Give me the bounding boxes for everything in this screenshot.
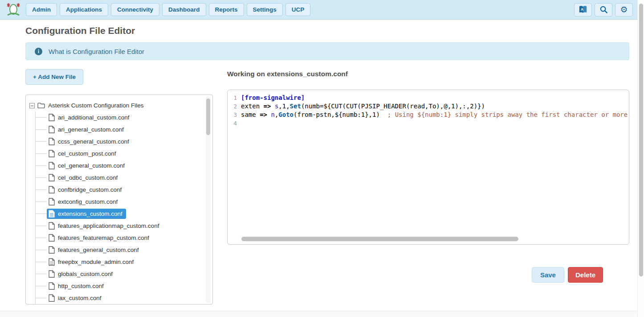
tree-item[interactable]: features_featuremap_custom.conf <box>35 232 212 244</box>
tree-item-label: ccss_general_custom.conf <box>58 138 129 145</box>
file-icon <box>49 174 55 181</box>
config-code-editor[interactable]: 1[from-signalwire]2exten => s,1,Set(numb… <box>227 90 629 245</box>
tree-item[interactable]: ari_general_custom.conf <box>35 124 212 136</box>
file-icon <box>49 126 55 133</box>
tree-item[interactable]: extconfig_custom.conf <box>35 196 212 208</box>
tree-item[interactable]: extensions_custom.conf <box>35 208 212 220</box>
file-icon <box>49 222 55 230</box>
tree-item-label: ari_additional_custom.conf <box>58 114 130 121</box>
svg-text:A: A <box>581 7 583 11</box>
tree-item-label: extensions_custom.conf <box>58 210 122 217</box>
working-on-heading: Working on extensions_custom.conf <box>227 70 629 78</box>
editor-horizontal-scrollbar[interactable] <box>241 237 518 241</box>
tree-item-label: confbridge_custom.conf <box>58 186 122 193</box>
file-icon <box>49 258 55 266</box>
tree-item-label: features_featuremap_custom.conf <box>58 235 149 241</box>
line-number: 3 <box>230 111 241 119</box>
tree-item[interactable]: iax_custom_post.conf <box>35 304 212 305</box>
nav-menu: AdminApplicationsConnectivityDashboardRe… <box>26 3 310 16</box>
editor-column: Working on extensions_custom.conf 1[from… <box>227 69 629 305</box>
file-tree-panel: Asterisk Custom Configuration Files ari_… <box>25 95 213 305</box>
plus-icon: + <box>33 74 37 80</box>
add-new-file-button[interactable]: + Add New File <box>25 69 83 85</box>
translate-button[interactable]: A <box>574 3 592 16</box>
tree-item-label: globals_custom.conf <box>58 271 113 277</box>
file-icon <box>49 114 55 121</box>
line-number: 1 <box>230 94 241 102</box>
nav-item-dashboard[interactable]: Dashboard <box>162 3 206 16</box>
info-banner[interactable]: i What is Configuration File Editor <box>25 42 629 60</box>
collapse-icon[interactable] <box>29 103 35 108</box>
code-line[interactable]: 2exten => s,1,Set(numb=${CUT(CUT(PJSIP_H… <box>230 102 629 111</box>
folder-icon <box>37 103 45 108</box>
search-icon <box>599 5 608 14</box>
top-navbar: AdminApplicationsConnectivityDashboardRe… <box>0 0 637 20</box>
tree-item[interactable]: cel_custom_post.conf <box>35 148 212 160</box>
tree-scrollbar-thumb[interactable] <box>206 99 210 135</box>
tree-root[interactable]: Asterisk Custom Configuration Files <box>29 99 212 111</box>
tree-item[interactable]: ari_additional_custom.conf <box>35 111 212 124</box>
translate-icon: A <box>578 5 588 14</box>
tree-item[interactable]: ccss_general_custom.conf <box>35 136 212 148</box>
file-icon <box>49 210 55 218</box>
nav-item-admin[interactable]: Admin <box>26 3 57 16</box>
page-scrollbar-thumb[interactable] <box>639 4 643 276</box>
nav-item-ucp[interactable]: UCP <box>285 3 311 16</box>
file-icon <box>49 282 55 290</box>
tree-item-label: features_applicationmap_custom.conf <box>58 222 159 229</box>
file-sidebar: + Add New File Asterisk Custom Configura… <box>25 69 213 305</box>
file-icon <box>49 138 55 145</box>
page-scrollbar[interactable] <box>637 0 644 317</box>
page-title: Configuration File Editor <box>25 25 637 36</box>
file-icon <box>49 234 55 242</box>
code-line[interactable]: 3same => n,Goto(from-pstn,${numb:1},1) ;… <box>230 111 629 119</box>
tree-item[interactable]: iax_custom.conf <box>35 292 212 304</box>
action-buttons: Save Delete <box>227 267 629 283</box>
code-text: exten => s,1,Set(numb=${CUT(CUT(PJSIP_HE… <box>241 102 629 111</box>
tree-item[interactable]: http_custom.conf <box>35 280 212 292</box>
line-number: 2 <box>230 102 241 111</box>
nav-right-icons: A ⚙ <box>574 3 633 16</box>
nav-item-settings[interactable]: Settings <box>247 3 283 16</box>
tree-item-label: iax_custom.conf <box>58 295 102 301</box>
search-button[interactable] <box>595 3 612 16</box>
footer-strip <box>0 311 637 317</box>
save-button[interactable]: Save <box>532 267 564 283</box>
file-icon <box>49 294 55 302</box>
tree-item-label: http_custom.conf <box>58 283 104 289</box>
tree-item-label: cel_general_custom.conf <box>58 162 125 169</box>
line-number: 4 <box>230 119 241 128</box>
tree-root-label: Asterisk Custom Configuration Files <box>48 102 144 109</box>
tree-item[interactable]: globals_custom.conf <box>35 268 212 280</box>
settings-button[interactable]: ⚙ <box>615 3 633 16</box>
tree-item[interactable]: confbridge_custom.conf <box>35 184 212 196</box>
file-icon <box>49 198 55 206</box>
file-icon <box>49 270 55 278</box>
tree-item-label: freepbx_module_admin.conf <box>58 259 134 265</box>
code-text: [from-signalwire] <box>241 94 629 102</box>
file-icon <box>49 162 55 169</box>
info-banner-text: What is Configuration File Editor <box>49 48 144 55</box>
tree-item[interactable]: cel_general_custom.conf <box>35 160 212 172</box>
file-icon <box>49 246 55 254</box>
code-line[interactable]: 4 <box>230 119 629 128</box>
nav-item-connectivity[interactable]: Connectivity <box>111 3 159 16</box>
code-line[interactable]: 1[from-signalwire] <box>230 94 629 102</box>
tree-children: ari_additional_custom.confari_general_cu… <box>35 111 212 305</box>
info-icon: i <box>35 48 42 55</box>
tree-item[interactable]: freepbx_module_admin.conf <box>35 256 212 268</box>
tree-item-label: cel_odbc_custom.conf <box>58 174 118 181</box>
tree-item-label: ari_general_custom.conf <box>58 126 124 133</box>
code-text: same => n,Goto(from-pstn,${numb:1},1) ; … <box>241 111 629 119</box>
nav-item-reports[interactable]: Reports <box>209 3 244 16</box>
tree-item[interactable]: cel_odbc_custom.conf <box>35 172 212 184</box>
freepbx-logo[interactable] <box>5 3 21 17</box>
gear-icon: ⚙ <box>620 5 628 14</box>
tree-item[interactable]: features_applicationmap_custom.conf <box>35 220 212 232</box>
tree-item[interactable]: features_general_custom.conf <box>35 244 212 256</box>
nav-item-applications[interactable]: Applications <box>60 3 108 16</box>
tree-item-label: cel_custom_post.conf <box>58 150 116 157</box>
page-content: Configuration File Editor i What is Conf… <box>0 20 637 305</box>
tree-item-label: extconfig_custom.conf <box>58 198 118 205</box>
delete-button[interactable]: Delete <box>568 267 603 283</box>
